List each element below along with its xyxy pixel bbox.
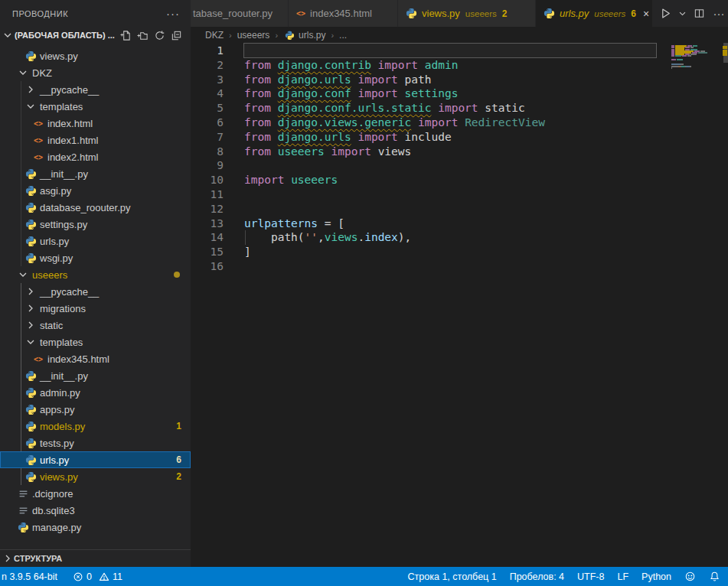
breadcrumb-item-useeers[interactable]: useeers	[237, 30, 270, 41]
tree-item-DKZ[interactable]: DKZ	[0, 64, 191, 81]
tab-urls.py[interactable]: urls.pyuseeers6×	[536, 0, 653, 27]
explorer-more-icon[interactable]: ···	[166, 7, 180, 20]
line-number[interactable]: 2	[191, 58, 224, 73]
tree-item-db.sqlite3[interactable]: db.sqlite3	[0, 502, 191, 519]
tree-item-__init__.py[interactable]: __init__.py	[0, 165, 191, 182]
tree-item-tests.py[interactable]: tests.py	[0, 435, 191, 451]
tab-index345.html[interactable]: <>index345.html	[289, 0, 398, 27]
tree-item-__pycache__[interactable]: __pycache__	[0, 283, 191, 300]
eol-status[interactable]: LF	[617, 571, 628, 582]
tree-item-database_roouter.py[interactable]: database_roouter.py	[0, 199, 191, 216]
language-mode-status[interactable]: Python	[641, 571, 671, 582]
tree-item-useeers[interactable]: useeers	[0, 266, 191, 283]
encoding-status[interactable]: UTF-8	[577, 571, 604, 582]
editor-content[interactable]: 12345678910111213141516 from django.cont…	[191, 43, 728, 567]
squiggled-token: django.urls	[278, 73, 351, 86]
tree-item-__init__.py[interactable]: __init__.py	[0, 367, 191, 384]
minimap-line-mark	[687, 55, 691, 57]
tree-item-index2.html[interactable]: <>index2.html	[0, 148, 191, 165]
code-token: from	[244, 102, 271, 114]
tree-item-label: index1.html	[47, 135, 98, 146]
line-number[interactable]: 7	[191, 130, 224, 145]
cursor-position-status[interactable]: Строка 1, столбец 1	[408, 571, 497, 582]
minimap[interactable]	[670, 44, 717, 135]
warning-count: 11	[113, 571, 122, 582]
workspace-section-label: (РАБОЧАЯ ОБЛАСТЬ) ...	[15, 31, 115, 40]
editor-more-icon[interactable]: ···	[711, 7, 726, 21]
chevron-down-icon[interactable]	[24, 100, 37, 112]
new-file-icon[interactable]	[119, 28, 132, 42]
tree-item-admin.py[interactable]: admin.py	[0, 384, 191, 401]
breadcrumb-item-urls.py[interactable]: urls.py	[283, 29, 325, 41]
tree-item-index.html[interactable]: <>index.html	[0, 115, 191, 132]
notifications-bell-icon[interactable]	[709, 571, 720, 582]
code-token	[284, 174, 291, 186]
tree-item-urls.py[interactable]: urls.py	[0, 233, 191, 249]
tree-item-__pycache__[interactable]: __pycache__	[0, 81, 191, 98]
tree-item-wsgi.py[interactable]: wsgi.py	[0, 249, 191, 266]
code-line-14: path('',views.index),	[244, 230, 656, 245]
tab-tabase_roouter.py[interactable]: tabase_roouter.py	[191, 0, 289, 27]
line-number[interactable]: 3	[191, 73, 224, 87]
feedback-icon[interactable]	[684, 571, 696, 582]
line-number[interactable]: 9	[191, 158, 224, 173]
problems-status[interactable]: 0 11	[73, 571, 122, 582]
tree-item-static[interactable]: static	[0, 317, 191, 334]
tab-views.py[interactable]: views.pyuseeers2	[398, 0, 536, 27]
code-token: path(	[244, 231, 305, 243]
tree-item-settings.py[interactable]: settings.py	[0, 216, 191, 233]
chevron-down-icon[interactable]	[17, 67, 29, 79]
close-tab-icon[interactable]: ×	[643, 8, 649, 19]
line-number[interactable]: 8	[191, 145, 224, 159]
python-version-status[interactable]: n 3.9.5 64-bit	[2, 571, 57, 582]
line-number[interactable]: 11	[191, 187, 224, 202]
chevron-right-icon[interactable]	[24, 83, 37, 96]
line-number[interactable]: 10	[191, 173, 224, 187]
split-editor-icon[interactable]	[691, 7, 707, 21]
breadcrumb-item-...[interactable]: ...	[339, 30, 347, 41]
tree-item-index1.html[interactable]: <>index1.html	[0, 132, 191, 148]
tree-item-templates[interactable]: templates	[0, 98, 191, 115]
breadcrumb-item-DKZ[interactable]: DKZ	[205, 30, 224, 41]
tree-item-index345.html[interactable]: <>index345.html	[0, 350, 191, 367]
chevron-down-icon[interactable]	[17, 269, 29, 281]
breadcrumb-label: DKZ	[205, 30, 224, 41]
scrollbar[interactable]	[717, 43, 728, 567]
indentation-status[interactable]: Пробелов: 4	[510, 571, 564, 582]
tree-item-.dcignore[interactable]: .dcignore	[0, 485, 191, 502]
line-number[interactable]: 12	[191, 202, 224, 216]
tree-item-asgi.py[interactable]: asgi.py	[0, 182, 191, 199]
run-python-file-icon[interactable]	[658, 7, 673, 21]
chevron-right-icon[interactable]	[24, 285, 37, 298]
run-dropdown-chevron-icon[interactable]	[677, 7, 687, 21]
tree-item-manage.py[interactable]: manage.py	[0, 519, 191, 536]
tree-item-views.py[interactable]: views.py	[0, 47, 191, 64]
line-number[interactable]: 4	[191, 86, 224, 101]
line-number[interactable]: 14	[191, 230, 224, 245]
collapse-all-icon[interactable]	[169, 28, 183, 42]
line-number[interactable]: 1	[191, 44, 224, 58]
tree-item-migrations[interactable]: migrations	[0, 300, 191, 317]
line-number[interactable]: 16	[191, 259, 224, 274]
tree-item-urls.py[interactable]: urls.py6	[0, 451, 191, 468]
line-number[interactable]: 5	[191, 101, 224, 116]
tree-item-models.py[interactable]: models.py1	[0, 418, 191, 435]
new-folder-icon[interactable]	[135, 28, 149, 42]
code-token	[271, 87, 278, 99]
line-number[interactable]: 13	[191, 216, 224, 231]
minimap-line-mark	[671, 66, 678, 67]
tree-item-apps.py[interactable]: apps.py	[0, 401, 191, 418]
chevron-down-icon[interactable]	[24, 336, 37, 348]
chevron-right-icon[interactable]	[24, 302, 37, 314]
chevron-down-icon[interactable]	[2, 29, 14, 41]
workspace-section-header[interactable]: (РАБОЧАЯ ОБЛАСТЬ) ...	[0, 27, 191, 44]
python-icon	[24, 386, 37, 399]
refresh-icon[interactable]	[152, 28, 166, 42]
code-token: admin	[425, 59, 459, 71]
tree-item-templates[interactable]: templates	[0, 334, 191, 350]
line-number[interactable]: 15	[191, 245, 224, 259]
line-number[interactable]: 6	[191, 116, 224, 130]
tree-item-views.py[interactable]: views.py2	[0, 468, 191, 485]
outline-section-header[interactable]: СТРУКТУРА	[0, 549, 191, 567]
chevron-right-icon[interactable]	[24, 319, 37, 331]
